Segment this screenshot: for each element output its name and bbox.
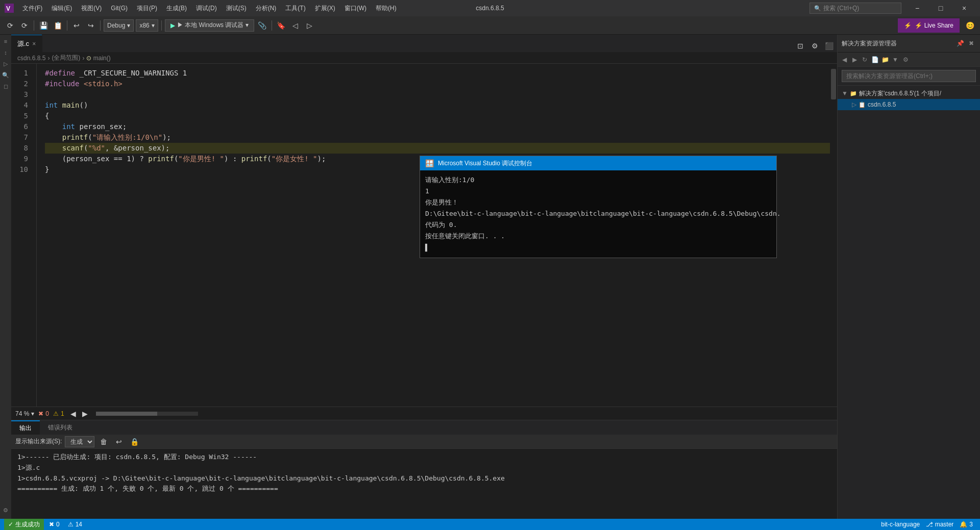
tab-close-button[interactable]: × bbox=[32, 40, 36, 47]
output-clear-button[interactable]: 🗑 bbox=[97, 436, 110, 448]
menu-help[interactable]: 帮助(H) bbox=[372, 2, 401, 15]
solution-tree: ▼ 📁 解决方案'csdn.6.8.5'(1 个项目/ ▷ 📋 csdn.6.8… bbox=[838, 86, 980, 519]
editor-tab-source[interactable]: 源.c × bbox=[11, 35, 42, 52]
se-new-file-button[interactable]: 📄 bbox=[870, 55, 879, 64]
activity-extensions[interactable]: ◻ bbox=[1, 82, 10, 91]
output-tab-output[interactable]: 输出 bbox=[11, 420, 40, 435]
menu-analyze[interactable]: 分析(N) bbox=[252, 2, 281, 15]
error-count[interactable]: ✖ 0 bbox=[38, 410, 49, 417]
tab-actions: ⊡ ⚙ ⬛ bbox=[794, 40, 835, 52]
se-filter-button[interactable]: ▼ bbox=[891, 55, 900, 64]
live-share-icon: ⚡ bbox=[904, 22, 912, 29]
menu-test[interactable]: 测试(S) bbox=[222, 2, 251, 15]
status-warning-count[interactable]: ⚠ 14 bbox=[65, 519, 85, 530]
panel-close-button[interactable]: ✖ bbox=[967, 39, 976, 48]
status-notifications[interactable]: 🔔 3 bbox=[957, 519, 976, 530]
activity-settings[interactable]: ⚙ bbox=[1, 506, 10, 515]
code-editor[interactable]: 1 2 3 4 5 6 7 8 9 10 #define _CRT_SECURE… bbox=[11, 64, 837, 407]
debug-config-dropdown[interactable]: Debug ▾ bbox=[104, 19, 134, 32]
nav-prev-button[interactable]: ◁ bbox=[289, 19, 302, 32]
tab-maximize-button[interactable]: ⬛ bbox=[823, 40, 835, 52]
warning-icon: ⚠ bbox=[53, 410, 59, 417]
output-tab-errors[interactable]: 错误列表 bbox=[40, 420, 81, 435]
status-branch[interactable]: ⎇ master bbox=[923, 519, 957, 530]
toolbar-save-all-button[interactable]: 📋 bbox=[52, 19, 64, 32]
output-lock-button[interactable]: 🔒 bbox=[128, 436, 140, 448]
debug-console-body: 请输入性别:1/0 1 你是男性！ D:\Gitee\bit-c-languag… bbox=[420, 170, 776, 258]
live-share-label: ⚡ Live Share bbox=[915, 22, 953, 29]
status-language[interactable]: bit-c-language bbox=[878, 519, 923, 530]
toolbar-forward-button[interactable]: ⟳ bbox=[18, 19, 31, 32]
tab-split-button[interactable]: ⊡ bbox=[794, 40, 806, 52]
toolbar-redo-button[interactable]: ↪ bbox=[85, 19, 97, 32]
maximize-button[interactable]: □ bbox=[929, 0, 952, 16]
menu-extensions[interactable]: 扩展(X) bbox=[311, 2, 339, 15]
output-wrap-button[interactable]: ↩ bbox=[113, 436, 125, 448]
solution-search-input[interactable] bbox=[842, 70, 976, 82]
warning-count[interactable]: ⚠ 1 bbox=[53, 410, 64, 417]
attach-button[interactable]: 📎 bbox=[256, 19, 268, 32]
breadcrumb-scope[interactable]: (全局范围) bbox=[52, 54, 80, 62]
menu-build[interactable]: 生成(B) bbox=[162, 2, 191, 15]
live-share-button[interactable]: ⚡ ⚡ Live Share bbox=[898, 18, 960, 33]
title-search[interactable]: 🔍 搜索 (Ctrl+Q) bbox=[810, 3, 901, 14]
menu-window[interactable]: 窗口(W) bbox=[340, 2, 371, 15]
breadcrumb-project[interactable]: csdn.6.8.5 bbox=[17, 55, 45, 62]
run-icon: ▶ bbox=[170, 22, 175, 29]
activity-search[interactable]: 🔍 bbox=[1, 70, 10, 80]
menu-project[interactable]: 项目(P) bbox=[133, 2, 161, 15]
output-source-select[interactable]: 生成 bbox=[65, 436, 94, 447]
menu-view[interactable]: 视图(V) bbox=[77, 2, 106, 15]
toolbar-back-button[interactable]: ⟳ bbox=[4, 19, 16, 32]
build-success-icon: ✓ bbox=[8, 521, 13, 528]
close-button[interactable]: × bbox=[952, 0, 976, 16]
se-sync-button[interactable]: ↻ bbox=[860, 55, 869, 64]
status-notifications-icon: 🔔 bbox=[960, 521, 967, 528]
panel-pin-button[interactable]: 📌 bbox=[955, 39, 965, 48]
output-line-4: ========== 生成: 成功 1 个, 失败 0 个, 最新 0 个, 跳… bbox=[17, 484, 831, 494]
main-layout: ≡ ↕ ▷ 🔍 ◻ ⚙ 源.c × ⊡ ⚙ ⬛ csdn.6.8.5 › (全局… bbox=[0, 35, 980, 519]
se-back-button[interactable]: ◀ bbox=[840, 55, 849, 64]
status-error-count[interactable]: ✖ 0 bbox=[46, 519, 63, 530]
editor-container: 源.c × ⊡ ⚙ ⬛ csdn.6.8.5 › (全局范围) › ⊙ main… bbox=[11, 35, 837, 519]
activity-solution-explorer[interactable]: ≡ bbox=[1, 37, 10, 46]
se-forward-button[interactable]: ▶ bbox=[850, 55, 859, 64]
menu-file[interactable]: 文件(F) bbox=[18, 2, 46, 15]
run-label: ▶ 本地 Windows 调试器 ▾ bbox=[177, 21, 249, 30]
build-success-indicator[interactable]: ✓ 生成成功 bbox=[4, 519, 44, 530]
nav-next-arrow[interactable]: ▶ bbox=[80, 409, 90, 419]
nav-next-button[interactable]: ▷ bbox=[304, 19, 316, 32]
status-error-icon: ✖ bbox=[49, 521, 54, 528]
line-numbers: 1 2 3 4 5 6 7 8 9 10 bbox=[11, 64, 37, 407]
menu-debug[interactable]: 调试(D) bbox=[192, 2, 221, 15]
status-bar: ✓ 生成成功 ✖ 0 ⚠ 14 bit-c-language ⎇ master … bbox=[0, 519, 980, 530]
nav-prev-arrow[interactable]: ◀ bbox=[68, 409, 78, 419]
run-debugger-button[interactable]: ▶ ▶ 本地 Windows 调试器 ▾ bbox=[165, 19, 254, 32]
debug-line-3: 你是男性！ bbox=[425, 197, 771, 208]
debug-console-title: Microsoft Visual Studio 调试控制台 bbox=[438, 159, 532, 168]
debug-line-6: 按任意键关闭此窗口. . . bbox=[425, 231, 771, 242]
tree-label-solution: 解决方案'csdn.6.8.5'(1 个项目/ bbox=[859, 89, 941, 98]
feedback-button[interactable]: 😊 bbox=[964, 19, 976, 32]
activity-git[interactable]: ↕ bbox=[1, 48, 10, 57]
minimize-button[interactable]: − bbox=[905, 0, 929, 16]
scrollbar-thumb[interactable] bbox=[831, 69, 836, 99]
se-settings-button[interactable]: ⚙ bbox=[901, 55, 910, 64]
toolbar-save-button[interactable]: 💾 bbox=[37, 19, 50, 32]
editor-scrollbar[interactable] bbox=[830, 64, 837, 407]
activity-debug[interactable]: ▷ bbox=[1, 59, 10, 68]
tree-item-solution[interactable]: ▼ 📁 解决方案'csdn.6.8.5'(1 个项目/ bbox=[838, 88, 980, 99]
toolbar-undo-button[interactable]: ↩ bbox=[70, 19, 83, 32]
bookmark-button[interactable]: 🔖 bbox=[275, 19, 287, 32]
toolbar-separator-4 bbox=[161, 20, 162, 31]
menu-git[interactable]: Git(G) bbox=[107, 3, 132, 14]
platform-dropdown[interactable]: x86 ▾ bbox=[136, 19, 158, 32]
zoom-level[interactable]: 74 % ▾ bbox=[15, 410, 34, 417]
tree-item-project[interactable]: ▷ 📋 csdn.6.8.5 bbox=[838, 99, 980, 110]
menu-tools[interactable]: 工具(T) bbox=[281, 2, 309, 15]
se-new-folder-button[interactable]: 📁 bbox=[880, 55, 890, 64]
nav-arrows: ◀ ▶ bbox=[68, 409, 90, 419]
solution-explorer-panel: 解决方案资源管理器 📌 ✖ ◀ ▶ ↻ 📄 📁 ▼ ⚙ ▼ 📁 解决方案'csd… bbox=[837, 35, 980, 519]
menu-edit[interactable]: 编辑(E) bbox=[47, 2, 76, 15]
tab-settings-button[interactable]: ⚙ bbox=[808, 40, 821, 52]
